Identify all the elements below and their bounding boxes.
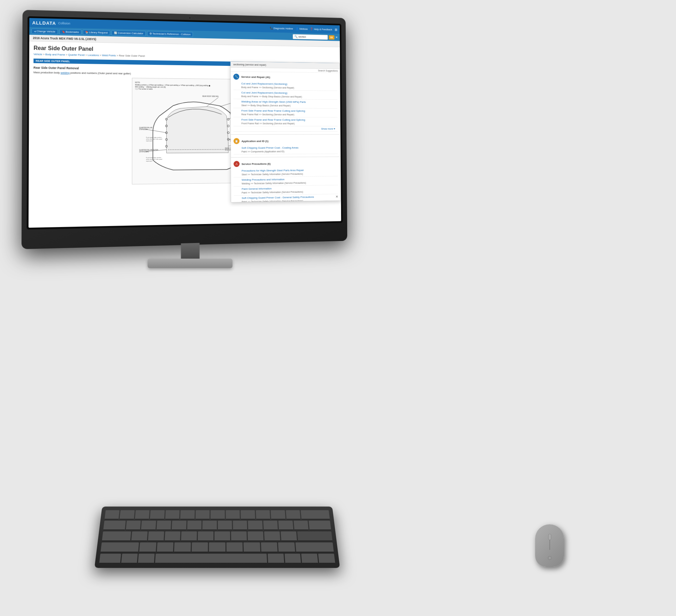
service-precautions-section: ⚠ Service Precautions (6) Precautions fo… — [231, 158, 341, 202]
svg-text:MAS welding ⌒(Welding length u: MAS welding ⌒(Welding length unit: mm (f… — [135, 86, 166, 88]
result-item-4: Front Side Frame and Rear Frame Cutting … — [233, 108, 338, 118]
welding-link[interactable]: welding — [60, 71, 70, 75]
logo-area: ALLDATA Collision — [32, 20, 70, 26]
breadcrumb-weld-points[interactable]: Weld Points — [102, 54, 116, 57]
service-repair-section: 🔧 Service and Repair (41) Cut and Joint … — [231, 72, 340, 133]
library-request-button[interactable]: 📚 Library Request — [83, 30, 110, 35]
top-nav-right: 📞 Diagnostic Hotline 👤 Melissa ❓ Help & … — [270, 26, 337, 31]
dropdown-close-button[interactable]: ✕ — [336, 195, 338, 199]
bookmark-icon: 🔖 — [62, 30, 65, 33]
result-sub-4: Rear Frame Rail >> Sectioning (Service a… — [241, 113, 294, 116]
result-link-prec-4[interactable]: Soft Chipping Guard Primer Coat - Genera… — [242, 195, 338, 200]
result-link-2[interactable]: Cut and Joint Replacement (Sectioning) — [241, 91, 337, 95]
result-sub-1: Body and Frame >> Sectioning (Service an… — [241, 86, 294, 89]
svg-text:STIFFENER: STIFFENER — [139, 129, 148, 130]
service-repair-title: Service and Repair (41) — [241, 75, 270, 79]
result-sub-5: Front Frame Rail >> Sectioning (Service … — [241, 122, 295, 125]
result-item-2: Cut and Joint Replacement (Sectioning) B… — [233, 90, 338, 100]
library-icon: 📚 — [85, 31, 88, 34]
user-link[interactable]: 👤 Melissa — [296, 27, 307, 31]
breadcrumb-locations[interactable]: Locations — [88, 54, 99, 57]
search-button[interactable]: 93 — [328, 35, 334, 39]
help-icon: ❓ — [310, 27, 313, 31]
result-sub-app-1: Paint >> Components (Application and ID) — [242, 150, 284, 153]
result-link-prec-2[interactable]: Welding Precautions and Information — [242, 177, 338, 181]
monitor-frame: ALLDATA Collision 📞 Diagnostic Hotline 👤… — [21, 10, 347, 249]
result-item-3: Welding Areas w/ High-Strength Steel (15… — [233, 99, 338, 109]
monitor-camera — [189, 17, 191, 19]
service-repair-header: 🔧 Service and Repair (41) — [233, 74, 337, 81]
result-link-3[interactable]: Welding Areas w/ High-Strength Steel (15… — [241, 100, 337, 104]
bookmarks-button[interactable]: 🔖 Bookmarks — [59, 29, 81, 35]
divider-2 — [231, 156, 340, 157]
application-id-icon: 📋 — [233, 138, 240, 144]
user-icon: 👤 — [296, 27, 299, 30]
keyboard — [94, 507, 340, 568]
search-box: 🔍 section — [293, 34, 327, 40]
breadcrumb-separator-1: > — [43, 53, 45, 56]
monitor: ALLDATA Collision 📞 Diagnostic Hotline 👤… — [27, 14, 353, 272]
show-more-button[interactable]: Show more ▾ — [233, 126, 338, 132]
divider-1 — [231, 134, 340, 134]
breadcrumb-vehicle[interactable]: Vehicle — [34, 53, 42, 56]
magnifier-icon: 🔍 — [294, 35, 298, 38]
vehicle-title: 2016 Acura Truck MDX FWD V6-3.5L (J35Y5) — [33, 36, 96, 41]
diagram-area: NOTE: Welding symbols: ● 3-Plate spot we… — [132, 78, 247, 184]
main-content: Rear Side Outer Panel Vehicle > Body and… — [29, 41, 341, 225]
breadcrumb-body-frame[interactable]: Body and Frame — [45, 53, 65, 56]
svg-text:repair part: repair part — [146, 140, 152, 142]
conversion-calculator-button[interactable]: 🔄 Conversion Calculator — [112, 30, 146, 36]
mouse-scroll-wheel — [548, 534, 551, 540]
calc-icon: 🔄 — [114, 31, 117, 34]
result-link-app-1[interactable]: Soft Chipping Guard Primer Coat - Coatin… — [242, 146, 338, 149]
phone-icon: 📞 — [270, 26, 273, 30]
mouse — [535, 524, 564, 567]
service-repair-icon: 🔧 — [233, 74, 239, 80]
result-sub-3: Steel >> Body Shop Basics (Service and R… — [241, 104, 290, 107]
result-link-prec-3[interactable]: Paint General Information — [242, 186, 338, 191]
screen-content: ALLDATA Collision 📞 Diagnostic Hotline 👤… — [29, 18, 341, 228]
result-link-4[interactable]: Front Side Frame and Rear Frame Cutting … — [241, 109, 337, 113]
result-link-1[interactable]: Cut and Joint Replacement (Sectioning) — [241, 82, 337, 86]
monitor-stand-base — [148, 259, 232, 268]
result-sub-prec-1: Steel >> Technician Safety Information (… — [242, 173, 303, 176]
result-item-prec-1: Precautions for High-Strength Steel Part… — [233, 167, 338, 178]
logo-alldata: ALLDATA — [32, 20, 56, 26]
svg-text:(STIFFENER): (STIFFENER) — [139, 151, 149, 152]
search-input[interactable]: section — [298, 35, 306, 38]
svg-text:repair part: repair part — [146, 160, 152, 162]
technician-reference-button[interactable]: ⚙ Technician's Reference - Collision — [147, 31, 193, 37]
svg-text:REAR ROOF SIDE RAIL: REAR ROOF SIDE RAIL — [202, 95, 219, 97]
apps-grid-icon[interactable]: ⊞ — [335, 28, 337, 32]
breadcrumb-separator-2: > — [66, 53, 68, 56]
breadcrumb-quarter-panel[interactable]: Quarter Panel — [68, 53, 85, 57]
help-feedback-link[interactable]: ❓ Help & Feedback — [310, 27, 332, 31]
application-id-section: 📋 Application and ID (1) Soft Chipping G… — [231, 136, 340, 156]
change-vehicle-label: Change Vehicle — [37, 30, 55, 33]
technical-diagram: NOTE: Welding symbols: ● 3-Plate spot we… — [132, 78, 247, 184]
application-id-header: 📋 Application and ID (1) — [233, 138, 338, 144]
result-item-5: Front Side Frame and Rear Frame Cutting … — [233, 117, 338, 126]
svg-text:• ( ): The number of welds: • ( ): The number of welds — [135, 88, 153, 90]
result-link-5[interactable]: Front Side Frame and Rear Frame Cutting … — [241, 118, 337, 121]
change-vehicle-button[interactable]: Change Vehicle — [32, 29, 58, 34]
service-precautions-icon: ⚠ — [233, 161, 240, 167]
result-sub-prec-3: Paint >> Technician Safety Information (… — [242, 191, 303, 194]
monitor-screen: ALLDATA Collision 📞 Diagnostic Hotline 👤… — [29, 18, 341, 228]
service-precautions-title: Service Precautions (6) — [242, 162, 271, 166]
result-item-app-1: Soft Chipping Guard Primer Coat - Coatin… — [233, 145, 338, 154]
breadcrumb-current: Rear Side Outer Panel — [119, 54, 145, 57]
result-sub-2: Body and Frame >> Body Shop Basics (Serv… — [241, 95, 302, 98]
svg-text:NOTE:: NOTE: — [135, 81, 140, 83]
search-close-icon[interactable]: ✕ — [335, 36, 338, 39]
result-link-prec-1[interactable]: Precautions for High-Strength Steel Part… — [242, 168, 338, 172]
result-item-1: Cut and Joint Replacement (Sectioning) B… — [233, 81, 337, 91]
result-sub-prec-2: Welding >> Technician Safety Information… — [242, 182, 306, 185]
mouse-logo — [548, 556, 552, 560]
tech-ref-icon: ⚙ — [149, 32, 152, 35]
application-id-title: Application and ID (1) — [242, 139, 269, 143]
result-item-prec-2: Welding Precautions and Information Weld… — [234, 176, 338, 187]
service-precautions-header: ⚠ Service Precautions (6) — [233, 160, 338, 167]
diagnostic-hotline-link[interactable]: 📞 Diagnostic Hotline — [270, 26, 293, 30]
monitor-bezel: ALLDATA Collision 📞 Diagnostic Hotline 👤… — [27, 16, 343, 229]
